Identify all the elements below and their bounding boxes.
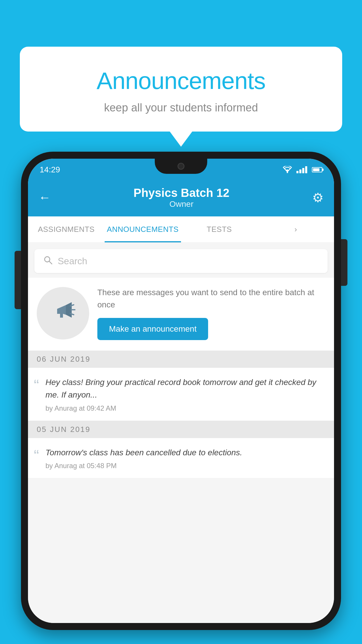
signal-icon: [296, 166, 307, 173]
date-separator-1: 06 JUN 2019: [28, 351, 334, 368]
speech-bubble: Announcements keep all your students inf…: [20, 47, 342, 132]
quote-icon-2: “: [34, 447, 39, 463]
svg-point-0: [287, 172, 288, 173]
speech-bubble-container: Announcements keep all your students inf…: [20, 47, 342, 132]
wifi-icon: [282, 166, 292, 174]
search-placeholder: Search: [58, 256, 87, 267]
battery-icon: [312, 167, 322, 172]
announcement-item-2[interactable]: “ Tomorrow's class has been cancelled du…: [28, 438, 334, 478]
announcement-text-1: Hey class! Bring your practical record b…: [45, 376, 325, 412]
back-button[interactable]: ←: [38, 191, 51, 204]
phone-screen: 14:29: [28, 159, 334, 623]
announcements-heading: Announcements: [43, 67, 319, 94]
make-announcement-button[interactable]: Make an announcement: [97, 318, 208, 340]
announcement-message-1: Hey class! Bring your practical record b…: [45, 376, 325, 401]
status-time: 14:29: [40, 165, 60, 174]
svg-line-2: [49, 261, 52, 264]
tab-tests[interactable]: TESTS: [181, 216, 258, 242]
date-separator-2: 05 JUN 2019: [28, 421, 334, 438]
quote-icon-1: “: [34, 377, 39, 393]
settings-icon[interactable]: ⚙: [312, 190, 324, 205]
promo-description: These are messages you want to send to t…: [97, 286, 325, 311]
phone: 14:29: [21, 152, 341, 630]
content-area: Search: [28, 243, 334, 623]
announcement-text-2: Tomorrow's class has been cancelled due …: [45, 446, 325, 470]
tab-assignments[interactable]: ASSIGNMENTS: [28, 216, 105, 242]
search-bar[interactable]: Search: [34, 249, 328, 273]
search-icon: [43, 255, 52, 267]
megaphone-icon: [50, 298, 76, 329]
megaphone-avatar: [37, 287, 89, 340]
announcement-meta-2: by Anurag at 05:48 PM: [45, 462, 325, 470]
user-role: Owner: [133, 200, 229, 209]
promo-block: These are messages you want to send to t…: [28, 278, 334, 351]
announcement-item-1[interactable]: “ Hey class! Bring your practical record…: [28, 368, 334, 421]
announcement-meta-1: by Anurag at 09:42 AM: [45, 404, 325, 412]
batch-name: Physics Batch 12: [133, 186, 229, 200]
tab-more[interactable]: ›: [258, 216, 334, 242]
header-title-group: Physics Batch 12 Owner: [133, 186, 229, 209]
tabs-bar: ASSIGNMENTS ANNOUNCEMENTS TESTS ›: [28, 216, 334, 243]
announcement-message-2: Tomorrow's class has been cancelled due …: [45, 446, 325, 459]
phone-outer: 14:29: [21, 152, 341, 630]
status-icons: [282, 166, 322, 174]
camera: [178, 163, 184, 170]
app-header: ← Physics Batch 12 Owner ⚙: [28, 178, 334, 216]
phone-notch: [155, 159, 207, 174]
promo-text-group: These are messages you want to send to t…: [97, 286, 325, 340]
tab-announcements[interactable]: ANNOUNCEMENTS: [105, 216, 181, 242]
announcements-tagline: keep all your students informed: [43, 102, 319, 114]
